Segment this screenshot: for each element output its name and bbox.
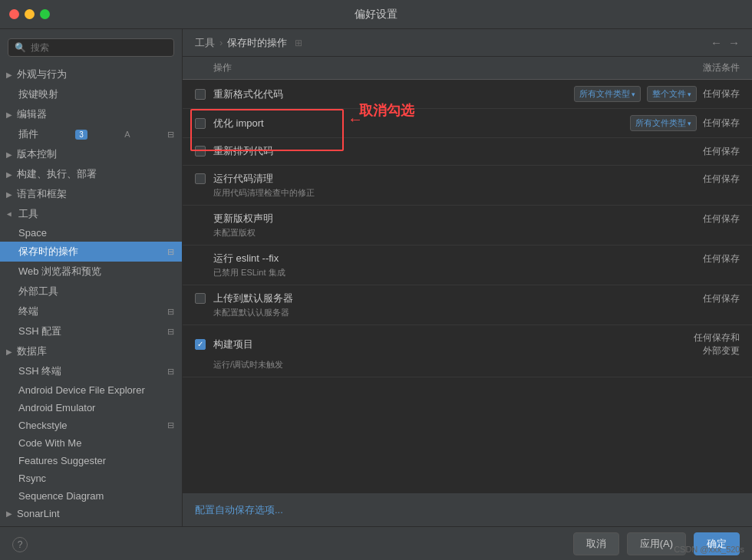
arrow-icon: ▶ (6, 71, 12, 79)
condition-text: 任何保存 (703, 117, 740, 130)
sidebar-item-label: Web 浏览器和预览 (18, 265, 101, 278)
sidebar-item-android-emulator[interactable]: Android Emulator (0, 399, 182, 417)
row-label: 重新排列代码 (206, 144, 525, 158)
ssh-icon: ⊟ (167, 327, 174, 337)
row-label: 优化 import (206, 117, 525, 130)
sidebar-item-database[interactable]: ▶ 数据库 (0, 341, 182, 361)
build-project-checkbox[interactable] (195, 339, 206, 350)
row-sub-label: 应用代码清理检查中的修正 (195, 187, 315, 199)
close-button[interactable] (9, 9, 19, 19)
sidebar-item-ssh-config[interactable]: SSH 配置 ⊟ (0, 321, 182, 341)
nav-arrows: ← → (711, 36, 740, 49)
file-type-dropdown[interactable]: 所有文件类型▾ (574, 86, 641, 102)
config-auto-save-link[interactable]: 配置自动保存选项... (195, 503, 740, 517)
content-area: 工具 › 保存时的操作 ⊞ ← → 操作 激活条件 取消勾选 ← (183, 29, 752, 526)
row-main: 重新排列代码 任何保存 (195, 144, 740, 158)
row-main: 运行代码清理 任何保存 (195, 172, 740, 186)
row-label: 更新版权声明 (206, 212, 525, 226)
condition-text: 任何保存 (703, 292, 740, 305)
sidebar-item-xpath[interactable]: XPath 查看器 (0, 522, 182, 526)
sidebar-item-android-file[interactable]: Android Device File Explorer (0, 381, 182, 399)
row-condition: 任何保存和外部变更 (525, 331, 740, 357)
sidebar-item-label: Features Suggester (18, 455, 106, 466)
sidebar-item-label: SonarLint (17, 508, 60, 519)
sidebar-item-label: SSH 终端 (18, 364, 61, 378)
sidebar-item-label: SSH 配置 (18, 324, 61, 338)
row-condition: 所有文件类型▾ 整个文件▾ 任何保存 (525, 86, 740, 102)
sidebar-item-features-suggester[interactable]: Features Suggester (0, 452, 182, 469)
forward-button[interactable]: → (728, 36, 740, 49)
sidebar-item-terminal[interactable]: 终端 ⊟ (0, 301, 182, 321)
sidebar-item-rsync[interactable]: Rsync (0, 469, 182, 487)
maximize-button[interactable] (40, 9, 50, 19)
row-main: 重新格式化代码 所有文件类型▾ 整个文件▾ 任何保存 (195, 86, 740, 102)
condition-text: 任何保存 (703, 87, 740, 100)
condition-text: 任何保存和外部变更 (694, 331, 740, 357)
sidebar-item-code-with-me[interactable]: Code With Me (0, 434, 182, 452)
code-cleanup-checkbox[interactable] (195, 173, 206, 184)
sidebar-item-label: 插件 (18, 127, 38, 141)
search-icon: 🔍 (15, 42, 26, 53)
sidebar-item-label: Rsync (18, 473, 46, 484)
watermark: CSDN @xxx_520s (674, 545, 744, 554)
sidebar-item-tools[interactable]: ▼ 工具 (0, 204, 182, 224)
row-main: 优化 import 所有文件类型▾ 任何保存 (195, 115, 740, 131)
main-layout: 🔍 ▶ 外观与行为 按键映射 ▶ 编辑器 插件 3 А ⊟ ▶ 版本控制 ▶ 构… (0, 29, 752, 526)
sidebar-item-plugins[interactable]: 插件 3 А ⊟ (0, 124, 182, 144)
sidebar-item-label: Android Emulator (18, 402, 95, 413)
bottom-bar: 配置自动保存选项... (183, 492, 752, 526)
sidebar-item-label: 语言和框架 (17, 187, 67, 201)
row-condition: 任何保存 (525, 145, 740, 158)
plugins-badge: 3 (75, 130, 87, 140)
sidebar-item-external-tools[interactable]: 外部工具 (0, 282, 182, 301)
sidebar-item-build[interactable]: ▶ 构建、执行、部署 (0, 164, 182, 184)
sidebar-item-vcs[interactable]: ▶ 版本控制 (0, 144, 182, 164)
breadcrumb-current: 保存时的操作 (227, 36, 287, 50)
cancel-button[interactable]: 取消 (573, 532, 619, 555)
arrow-icon: ▶ (6, 170, 12, 179)
condition-text: 任何保存 (703, 145, 740, 158)
sidebar-item-keymap[interactable]: 按键映射 (0, 84, 182, 104)
search-input[interactable] (31, 42, 167, 53)
table-body: 取消勾选 ← 重新格式化代码 所有文件类型▾ 整个文件▾ 任何保存 (183, 80, 752, 492)
sidebar-item-lang[interactable]: ▶ 语言和框架 (0, 184, 182, 204)
back-button[interactable]: ← (711, 36, 722, 49)
arrow-icon: ▼ (5, 210, 14, 218)
settings-icon: ⊟ (167, 247, 174, 257)
sidebar-item-label: 终端 (18, 305, 38, 318)
table-row: 重新格式化代码 所有文件类型▾ 整个文件▾ 任何保存 (183, 80, 752, 109)
table-row: 运行代码清理 任何保存 应用代码清理检查中的修正 (183, 166, 752, 206)
minimize-button[interactable] (25, 9, 35, 19)
scope-dropdown[interactable]: 整个文件▾ (647, 86, 697, 102)
sidebar-item-space[interactable]: Space (0, 224, 182, 242)
table-row: 优化 import 所有文件类型▾ 任何保存 (183, 109, 752, 138)
sidebar-item-editors[interactable]: ▶ 编辑器 (0, 104, 182, 124)
sidebar-item-sequence-diagram[interactable]: Sequence Diagram (0, 487, 182, 505)
file-type-dropdown[interactable]: 所有文件类型▾ (630, 115, 697, 131)
sidebar-item-web-browser[interactable]: Web 浏览器和预览 (0, 262, 182, 282)
table-row: 更新版权声明 任何保存 未配置版权 (183, 206, 752, 245)
help-button[interactable]: ? (12, 537, 28, 552)
breadcrumb-icon: ⊞ (295, 38, 302, 48)
sidebar-item-label: 外观与行为 (17, 68, 67, 81)
chevron-icon: ▾ (632, 91, 635, 98)
row-main: 构建项目 任何保存和外部变更 (195, 331, 740, 357)
sidebar-item-checkstyle[interactable]: Checkstyle ⊟ (0, 417, 182, 434)
sidebar-item-appearance[interactable]: ▶ 外观与行为 (0, 64, 182, 84)
reformat-checkbox[interactable] (195, 89, 206, 100)
optimize-import-checkbox[interactable] (195, 118, 206, 129)
plugin-icon2: ⊟ (167, 130, 174, 140)
search-box[interactable]: 🔍 (8, 38, 174, 57)
sidebar-item-sonarlint[interactable]: ▶ SonarLint (0, 505, 182, 522)
sidebar-item-save-on-save[interactable]: 保存时的操作 ⊟ (0, 242, 182, 262)
arrow-icon: ▶ (6, 110, 12, 119)
arrow-icon: ▶ (6, 190, 12, 199)
rearrange-checkbox[interactable] (195, 146, 206, 156)
sidebar-item-ssh-terminal[interactable]: SSH 终端 ⊟ (0, 361, 182, 381)
upload-checkbox[interactable] (195, 293, 206, 304)
window-title: 偏好设置 (355, 8, 397, 21)
row-condition: 任何保存 (525, 173, 740, 186)
sidebar: 🔍 ▶ 外观与行为 按键映射 ▶ 编辑器 插件 3 А ⊟ ▶ 版本控制 ▶ 构… (0, 29, 183, 526)
row-condition: 任何保存 (525, 252, 740, 265)
condition-col-header: 激活条件 (525, 61, 740, 74)
